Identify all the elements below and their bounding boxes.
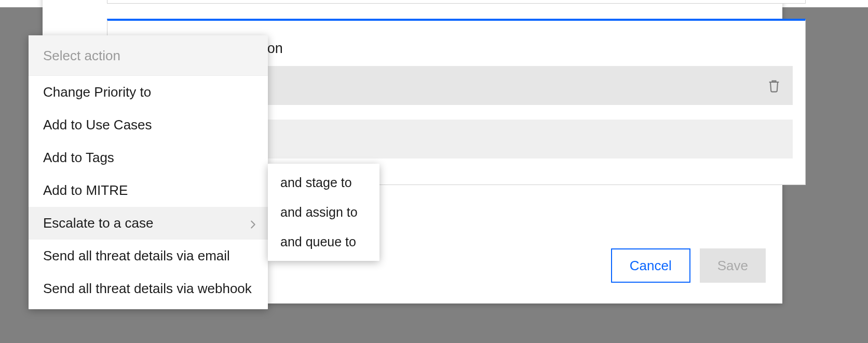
menu-item-label: Add to Use Cases [43,117,152,133]
menu-item-escalate-case[interactable]: Escalate to a case [29,207,268,240]
trash-icon[interactable] [767,78,781,94]
modal-footer-buttons: Cancel Save [611,248,766,283]
submenu-item-queue[interactable]: and queue to [268,227,379,257]
action-select-header: Select action [29,35,268,76]
menu-item-label: and assign to [280,205,358,220]
menu-item-send-email[interactable]: Send all threat details via email [29,240,268,272]
chevron-right-icon [247,218,259,229]
menu-item-send-webhook[interactable]: Send all threat details via webhook [29,272,268,305]
menu-item-label: Add to Tags [43,150,114,166]
menu-item-label: Escalate to a case [43,215,153,231]
menu-item-label: Send all threat details via webhook [43,281,252,297]
submenu-item-stage[interactable]: and stage to [268,168,379,197]
cancel-button[interactable]: Cancel [611,248,690,283]
menu-item-change-priority[interactable]: Change Priority to [29,76,268,109]
menu-item-add-use-cases[interactable]: Add to Use Cases [29,109,268,141]
menu-item-label: and queue to [280,234,356,249]
conditions-panel [107,0,806,4]
menu-item-label: Send all threat details via email [43,248,230,264]
menu-item-label: Add to MITRE [43,182,128,199]
action-select-menu[interactable]: Select action Change Priority to Add to … [29,35,268,309]
escalate-submenu[interactable]: and stage to and assign to and queue to [268,164,379,261]
menu-item-label: and stage to [280,175,352,190]
submenu-item-assign[interactable]: and assign to [268,197,379,227]
menu-item-add-tags[interactable]: Add to Tags [29,141,268,174]
menu-item-label: Change Priority to [43,84,151,100]
save-button: Save [700,248,766,283]
menu-item-add-mitre[interactable]: Add to MITRE [29,174,268,207]
